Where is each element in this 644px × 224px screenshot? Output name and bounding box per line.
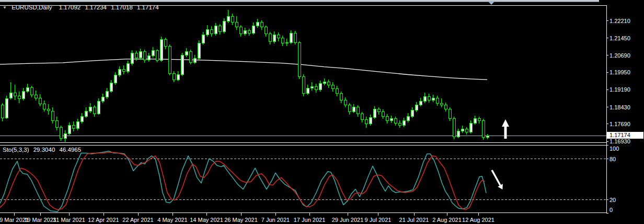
candle-bear [444,105,447,109]
candle-bull [160,39,163,60]
candle-bear [239,27,242,34]
candle-bear [365,119,367,124]
candle-bear [327,82,330,85]
indicator-label: Sto(5,3,3) 29.3040 46.4965 [3,147,84,153]
candle-bull [101,97,104,101]
candle-bull [185,51,188,55]
candle-bull [244,31,246,34]
candle-bull [80,116,83,122]
quote-high: 1.17234 [85,4,107,10]
candle-bear [453,118,455,137]
candle-bear [377,109,380,111]
candle-bull [285,42,288,43]
candle-bear [72,126,75,129]
chart-menu-arrow-icon[interactable]: ▼ [3,5,7,10]
date-label: 21 Jul 2021 [399,217,429,223]
candle-bear [235,22,238,27]
candle-bull [5,98,8,118]
date-label: 9 Jul 2021 [365,217,392,223]
candle-bear [302,77,305,93]
down-arrow-annotation [492,170,500,185]
candle-bull [85,111,87,116]
candle-bear [34,95,37,98]
candle-bear [135,53,137,58]
date-label: 14 May 2021 [190,217,223,223]
sto-axis-label: 80 [610,156,616,162]
scrollbar-thumb-marker[interactable] [488,1,495,5]
candle-bear [218,26,221,31]
date-label: 31 Mar 2021 [53,217,85,223]
candle-bull [181,55,183,75]
date-label: 22 Apr 2021 [122,217,153,223]
candle-bear [122,69,125,71]
up-arrow-annotation [504,126,507,139]
sto-axis-label: 100 [610,145,619,152]
candle-bear [164,39,167,46]
candle-bull [469,123,472,132]
candle-bull [131,53,133,64]
candle-bear [260,22,263,27]
candle-bear [448,109,451,119]
indicator-main-value: 29.3040 [33,147,55,153]
date-label: 29 Jun 2021 [332,217,364,223]
date-label: 4 May 2021 [157,217,187,223]
candle-bull [461,129,464,131]
candle-bull [323,82,326,84]
candle-bear [482,121,485,138]
candle-bull [68,126,71,134]
candle-bull [256,22,259,26]
candle-bear [440,104,443,105]
candle-bull [252,26,255,33]
candle-bull [202,35,204,43]
candle-bull [26,88,29,91]
candle-bear [294,33,296,43]
candles-group [1,10,489,142]
candle-bull [22,91,25,99]
candle-bull [9,93,12,98]
current-price-badge: 1.17174 [607,132,643,139]
candle-bear [340,93,342,100]
candle-bear [14,93,16,96]
candle-bear [143,52,146,60]
candle-bear [51,111,54,121]
candle-bear [277,35,280,38]
candle-bull [227,17,229,21]
sto-signal-line [0,152,485,209]
candle-bear [428,97,430,100]
candle-bear [348,105,351,111]
candle-bear [231,17,234,22]
candle-bear [210,29,213,34]
candle-bear [436,98,439,104]
up-arrow-head [502,119,509,127]
candle-bull [206,29,209,35]
candle-bear [248,31,250,33]
horizontal-scrollbar [0,0,599,2]
candle-bear [465,129,468,132]
candle-bull [193,58,196,62]
quote-low: 1.17018 [111,4,133,10]
candle-bull [415,105,418,110]
price-axis-label: 1.18430 [610,104,630,110]
candle-bull [177,75,179,80]
candle-bull [474,118,476,123]
candle-bear [398,123,401,125]
candle-bull [114,75,117,83]
candle-bull [126,64,129,72]
candle-bull [106,91,108,97]
candle-bull [486,136,489,138]
date-label: 2 Aug 2021 [432,217,462,223]
sto-axis-label: 0 [610,207,613,213]
candle-bull [423,97,426,102]
candle-bear [43,104,45,109]
price-axis-label: 1.17690 [610,121,630,127]
candle-bull [89,107,91,111]
candle-bear [60,128,62,139]
candle-bull [76,122,79,129]
indicator-name: Sto(5,3,3) [3,147,29,153]
candle-bear [344,100,347,105]
candle-bull [64,133,66,139]
candle-bear [478,118,480,120]
candle-bull [306,88,309,94]
date-label: 17 Jun 2021 [294,217,326,223]
candle-bear [93,107,96,114]
